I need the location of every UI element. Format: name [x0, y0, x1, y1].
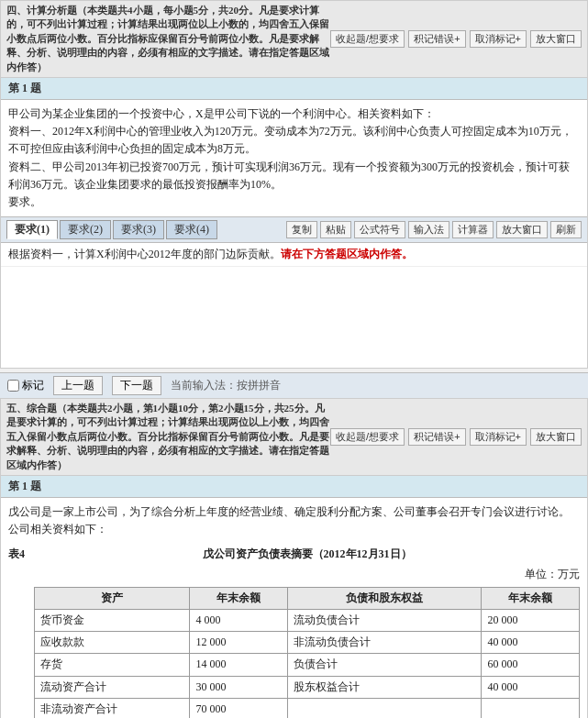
section2-question-num: 第 1 题	[1, 476, 587, 498]
balance-table: 资产 年末余额 负债和股东权益 年末余额 货币资金 4 000 流动负债合计 2…	[34, 587, 580, 718]
section-calculate: 四、计算分析题（本类题共4小题，每小题5分，共20分。凡是要求计算的，可不列出计…	[0, 0, 588, 369]
section2-title: 五、综合题（本类题共2小题，第1小题10分，第2小题15分，共25分。凡是要求计…	[6, 402, 330, 472]
next-btn-1[interactable]: 下一题	[112, 376, 161, 395]
copy-btn-1[interactable]: 复制	[286, 221, 317, 238]
cancel-mark-btn-2[interactable]: 取消标记+	[470, 428, 527, 446]
table-row: 货币资金 4 000 流动负债合计 20 000	[35, 609, 580, 631]
input-btn-1[interactable]: 输入法	[408, 221, 449, 238]
table-row: 应收款款 12 000 非流动负债合计 40 000	[35, 632, 580, 654]
section1-toolbar: 收起题/想要求 积记错误+ 取消标记+ 放大窗口	[330, 30, 582, 48]
section2-intro: 戊公司是一家上市公司，为了综合分析上年度的经营业绩、确定股利分配方案、公司董事会…	[1, 498, 587, 544]
mark-check-1[interactable]	[7, 380, 19, 392]
col-header-liability: 负债和股东权益	[288, 587, 482, 609]
col-header-asset: 资产	[35, 587, 190, 609]
mark-error-btn-2[interactable]: 积记错误+	[408, 428, 465, 446]
enlarge2-btn-1[interactable]: 放大窗口	[496, 221, 548, 238]
section1-req-bar: 要求(1) 要求(2) 要求(3) 要求(4) 复制 粘贴 公式符号 输入法 计…	[1, 216, 587, 243]
collapse-btn-1[interactable]: 收起题/想要求	[330, 30, 405, 48]
section1-title: 四、计算分析题（本类题共4小题，每小题5分，共20分。凡是要求计算的，可不列出计…	[6, 4, 330, 74]
enlarge-btn-2[interactable]: 放大窗口	[530, 428, 582, 446]
cancel-mark-btn-1[interactable]: 取消标记+	[470, 30, 527, 48]
req-tab-1-3[interactable]: 要求(3)	[113, 220, 164, 239]
table-title: 戊公司资产负债表摘要（2012年12月31日）	[34, 546, 580, 563]
enlarge-btn-1[interactable]: 放大窗口	[530, 30, 582, 48]
section1-header: 四、计算分析题（本类题共4小题，每小题5分，共20分。凡是要求计算的，可不列出计…	[1, 1, 587, 78]
section1-req-tabs: 要求(1) 要求(2) 要求(3) 要求(4)	[6, 220, 217, 239]
col-header-year-end-1: 年末余额	[190, 587, 288, 609]
section2-header: 五、综合题（本类题共2小题，第1小题10分，第2小题15分，共25分。凡是要求计…	[1, 399, 587, 476]
table-row: 流动资产合计 30 000 股东权益合计 40 000	[35, 676, 580, 698]
section2-toolbar: 收起题/想要求 积记错误+ 取消标记+ 放大窗口	[330, 428, 582, 446]
req-tab-1-2[interactable]: 要求(2)	[60, 220, 111, 239]
collapse-btn-2[interactable]: 收起题/想要求	[330, 428, 405, 446]
col-header-year-end-2: 年末余额	[482, 587, 580, 609]
req-tab-1-1[interactable]: 要求(1)	[6, 220, 58, 239]
table-row: 非流动资产合计 70 000	[35, 698, 580, 718]
section1-content: 甲公司为某企业集团的一个投资中心，X是甲公司下说的一个利润中心。相关资料如下： …	[1, 100, 587, 216]
req-tab-1-4[interactable]: 要求(4)	[166, 220, 217, 239]
section1-answer-box[interactable]	[1, 267, 587, 368]
unit-line: 单位：万元	[34, 566, 580, 583]
instruction-emphasis-1: 请在下方答题区域内作答。	[281, 248, 413, 260]
section2-table-area: 表4 戊公司资产负债表摘要（2012年12月31日） 单位：万元 资产 年末余额…	[1, 544, 587, 718]
calc-btn-1[interactable]: 计算器	[452, 221, 494, 238]
input-method-1: 当前输入法：按拼拼音	[171, 378, 281, 393]
section-comprehensive: 五、综合题（本类题共2小题，第1小题10分，第2小题15分，共25分。凡是要求计…	[0, 398, 588, 718]
section1-req-instruction: 根据资料一，计算X利润中心2012年度的部门边际贡献。请在下方答题区域内作答。	[1, 243, 587, 267]
formula-btn-1[interactable]: 公式符号	[354, 221, 405, 238]
prev-btn-1[interactable]: 上一题	[53, 376, 103, 395]
table-label: 表4	[8, 546, 25, 563]
footer-1: 标记 上一题 下一题 当前输入法：按拼拼音	[0, 372, 588, 398]
mark-error-btn-1[interactable]: 积记错误+	[408, 30, 465, 48]
refresh-btn-1[interactable]: 刷新	[550, 221, 582, 238]
section1-req-toolbar: 复制 粘贴 公式符号 输入法 计算器 放大窗口 刷新	[286, 221, 582, 238]
paste-btn-1[interactable]: 粘贴	[320, 221, 351, 238]
mark-checkbox-1[interactable]: 标记	[7, 378, 44, 393]
section1-question-num: 第 1 题	[1, 78, 587, 100]
table-row: 存货 14 000 负债合计 60 000	[35, 654, 580, 676]
